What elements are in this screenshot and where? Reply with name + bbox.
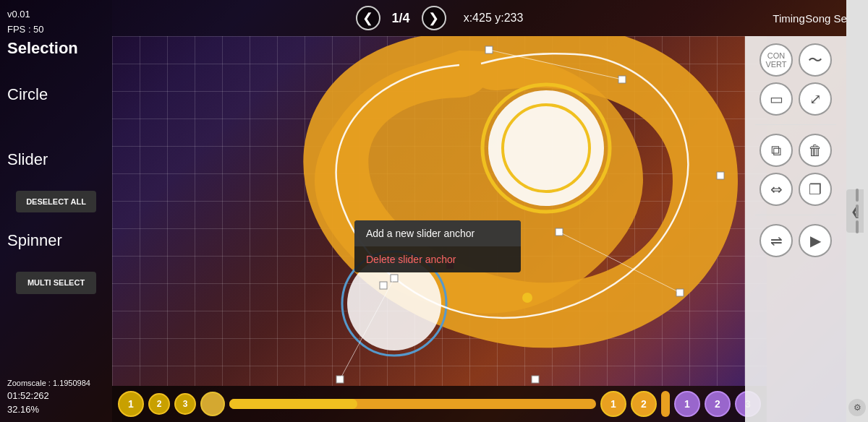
right-row-2: ▭ ⤢	[760, 82, 832, 116]
shuffle-icon: ⇌	[770, 232, 783, 249]
right-row-4: ⇔ ❐	[760, 173, 832, 206]
collapse-button[interactable]: ❮	[846, 189, 864, 233]
sidebar-drag-handle[interactable]	[856, 189, 859, 233]
trash-icon: 🗑	[808, 142, 822, 159]
canvas-area[interactable]: Add a new slider anchor Delete slider an…	[112, 36, 767, 386]
expand-icon: ⤢	[809, 90, 822, 108]
percent-label: 32.16%	[0, 402, 112, 416]
timeline-circle-1[interactable]: 1	[118, 391, 144, 417]
copy-icon: ❐	[809, 181, 822, 198]
timeline-circle-5[interactable]: 1	[600, 391, 626, 417]
left-panel: v0.01 FPS : 50 Selection Circle Slider D…	[0, 0, 112, 422]
slider-tool[interactable]: Slider	[0, 134, 112, 185]
copy-button[interactable]: ❐	[799, 173, 832, 206]
top-bar: ❮ 1/4 ❯ x:425 y:233	[112, 0, 767, 36]
timeline-circle-6[interactable]: 2	[631, 391, 657, 417]
timing-button[interactable]: Timing	[773, 12, 804, 25]
canvas-svg[interactable]	[112, 36, 767, 386]
box-icon: ▭	[770, 90, 783, 108]
trash-button[interactable]: 🗑	[799, 134, 832, 167]
separator-2	[755, 215, 836, 215]
expand-button[interactable]: ⤢	[799, 82, 832, 116]
timeline-circle-4[interactable]	[200, 392, 225, 416]
settings-icon-bottom[interactable]: ⚙	[848, 399, 866, 416]
timeline-circle-p2[interactable]: 2	[705, 391, 731, 417]
layer-icon: ⧉	[771, 142, 781, 159]
timeline-bar-end	[661, 391, 670, 417]
svg-point-0	[488, 90, 604, 206]
handle-dot-1	[856, 189, 859, 202]
far-right-sidebar: ❮ ⚙	[846, 0, 868, 422]
add-anchor-option[interactable]: Add a new slider anchor	[354, 220, 521, 246]
spiral-icon: 〜	[808, 51, 822, 70]
multi-select-button[interactable]: MULTI SELECT	[16, 272, 96, 293]
timeline-circle-2[interactable]: 2	[148, 393, 170, 415]
convert-icon: CONVERT	[765, 51, 786, 69]
right-panel: CONVERT 〜 ▭ ⤢ ⧉ 🗑 ⇔ ❐ ⇌	[745, 36, 846, 422]
time-label: 01:52:262	[0, 389, 112, 402]
mode-label: Selection	[0, 36, 112, 69]
timeline-circle-3[interactable]: 3	[174, 393, 196, 415]
coords-display: x:425 y:233	[464, 12, 524, 25]
layer-button[interactable]: ⧉	[760, 134, 793, 167]
zoom-label: Zoomscale : 1.1950984	[0, 373, 112, 389]
convert-button[interactable]: CONVERT	[760, 43, 793, 77]
svg-rect-12	[532, 376, 539, 383]
fps-label: FPS : 50	[0, 22, 112, 36]
circle-tool[interactable]: Circle	[0, 69, 112, 120]
right-row-1: CONVERT 〜	[760, 43, 832, 77]
prev-button[interactable]: ❮	[356, 6, 380, 30]
right-row-5: ⇌ ▶	[760, 224, 832, 257]
page-indicator: 1/4	[392, 11, 410, 26]
context-menu: Add a new slider anchor Delete slider an…	[354, 220, 521, 272]
svg-rect-13	[380, 282, 387, 289]
deselect-all-button[interactable]: DESELECT ALL	[16, 191, 96, 212]
svg-rect-7	[717, 172, 724, 179]
box-button[interactable]: ▭	[760, 82, 793, 116]
spiral-button[interactable]: 〜	[799, 43, 832, 77]
handle-dot-2	[856, 204, 859, 218]
play-button[interactable]: ▶	[799, 224, 832, 257]
handle-dot-3	[856, 220, 859, 233]
shuffle-button[interactable]: ⇌	[760, 224, 793, 257]
version-label: v0.01	[0, 6, 112, 22]
mirror-h-button[interactable]: ⇔	[760, 173, 793, 206]
delete-anchor-option[interactable]: Delete slider anchor	[354, 246, 521, 272]
mirror-h-icon: ⇔	[770, 181, 783, 198]
timeline-circle-p1[interactable]: 1	[674, 391, 700, 417]
separator-1	[755, 124, 836, 125]
timeline-progress-bar[interactable]	[229, 399, 596, 409]
play-icon: ▶	[810, 232, 821, 249]
next-button[interactable]: ❯	[422, 6, 446, 30]
bottom-timeline: 1 2 3 1 2 1 2 3	[112, 386, 767, 422]
right-row-3: ⧉ 🗑	[760, 134, 832, 167]
svg-point-15	[522, 293, 532, 303]
spinner-tool[interactable]: Spinner	[0, 215, 112, 266]
